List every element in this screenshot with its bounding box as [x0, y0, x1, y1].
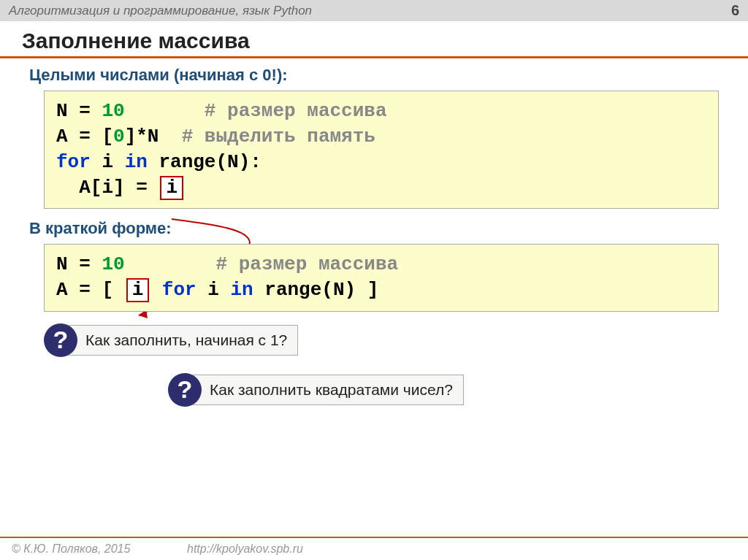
- code-text: A[i] =: [56, 177, 159, 199]
- footer-url: http://kpolyakov.spb.ru: [187, 542, 303, 556]
- code-block-2: N = 10 # размер массива A = [ i for i in…: [44, 244, 719, 311]
- code-number: 0: [113, 126, 125, 147]
- code-keyword: for: [162, 279, 196, 301]
- slide-footer: © К.Ю. Поляков, 2015 http://kpolyakov.sp…: [0, 537, 748, 560]
- copyright: © К.Ю. Поляков, 2015: [12, 542, 187, 556]
- code-comment: # размер массива: [205, 100, 387, 122]
- code-keyword: in: [230, 279, 253, 301]
- header-title: Алгоритмизация и программирование, язык …: [9, 4, 312, 18]
- highlight-box-i: i: [126, 278, 150, 302]
- question-text: Как заполнить, начиная с 1?: [69, 325, 298, 356]
- code-text: N =: [56, 100, 102, 122]
- question-1: ? Как заполнить, начиная с 1?: [44, 323, 748, 357]
- slide-title: Заполнение массива: [0, 21, 748, 58]
- code-text: [159, 126, 181, 147]
- code-text: i: [91, 151, 125, 173]
- code-number: 10: [102, 100, 124, 122]
- slide-header: Алгоритмизация и программирование, язык …: [0, 0, 748, 21]
- code-number: 10: [102, 253, 124, 275]
- code-comment: # выделить память: [182, 126, 375, 147]
- code-comment: # размер массива: [215, 253, 398, 275]
- question-mark-icon: ?: [44, 323, 77, 357]
- code-keyword: in: [125, 151, 148, 173]
- question-mark-icon: ?: [168, 373, 202, 407]
- question-2: ? Как заполнить квадратами чисел?: [168, 373, 748, 407]
- question-text: Как заполнить квадратами чисел?: [193, 375, 464, 405]
- page-number: 6: [731, 2, 739, 19]
- code-text: A = [: [56, 126, 113, 147]
- code-text: ]*N: [125, 126, 159, 147]
- code-text: range(N):: [148, 151, 262, 173]
- subtitle-2: В краткой форме:: [0, 209, 748, 244]
- highlight-box-i: i: [160, 176, 183, 200]
- subtitle-1: Целыми числами (начиная с 0!):: [0, 58, 748, 91]
- code-text: range(N) ]: [253, 279, 379, 301]
- code-text: [150, 279, 162, 301]
- code-keyword: for: [56, 151, 91, 173]
- code-text: N =: [56, 253, 102, 275]
- code-text: i: [196, 279, 231, 301]
- code-text: A = [: [56, 279, 125, 301]
- code-block-1: N = 10 # размер массива A = [0]*N # выде…: [44, 91, 719, 209]
- code-text: [125, 100, 205, 122]
- code-text: [125, 253, 216, 275]
